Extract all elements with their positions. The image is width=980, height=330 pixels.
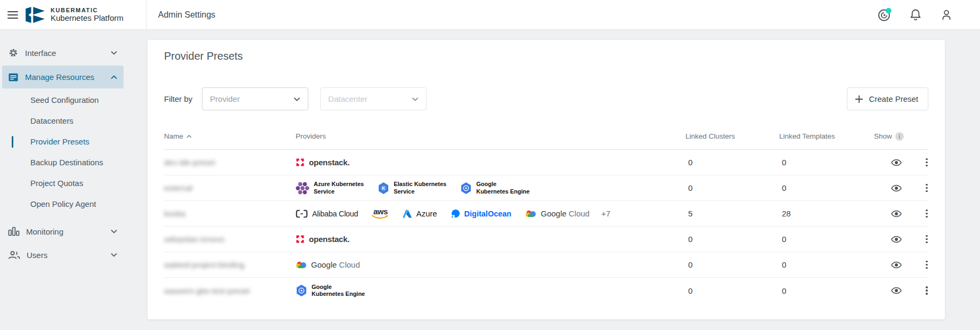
- chevron-down-icon: [412, 97, 419, 101]
- card-title: Provider Presets: [148, 40, 945, 62]
- sidebar-subitem-backup-destinations[interactable]: Backup Destinations: [0, 152, 126, 173]
- digitalocean-icon: [451, 209, 460, 218]
- linked-templates-count: 0: [779, 183, 874, 192]
- show-values-eye-icon[interactable]: [888, 257, 904, 273]
- provider-google-cloud: Google Cloud: [296, 260, 360, 269]
- datacenter-filter-placeholder: Datacenter: [328, 94, 367, 103]
- gear-icon: [8, 47, 19, 58]
- linked-templates-count: 0: [779, 235, 874, 244]
- sidebar-item-label: Manage Resources: [25, 73, 94, 82]
- header-divider: [146, 0, 146, 30]
- show-values-eye-icon[interactable]: [888, 206, 904, 222]
- linked-clusters-count: 0: [685, 235, 779, 244]
- provider-gke: Google Kubernetes Engine: [460, 181, 529, 195]
- column-header-show: Show i: [874, 132, 919, 141]
- eks-icon: K: [378, 182, 389, 195]
- help-chat-icon[interactable]: [877, 7, 893, 23]
- row-menu-icon[interactable]: [919, 155, 935, 171]
- column-header-linked-clusters: Linked Clusters: [685, 132, 779, 140]
- sidebar-item-label: Users: [27, 251, 47, 260]
- preset-name: kovba: [164, 209, 185, 218]
- sidebar-subitem-seed-configuration[interactable]: Seed Configuration: [0, 90, 126, 110]
- preset-name: external: [164, 183, 192, 192]
- provider-azure: Azure: [403, 209, 437, 218]
- show-values-eye-icon[interactable]: [888, 231, 904, 247]
- linked-templates-count: 0: [779, 286, 874, 295]
- provider-presets-card: Provider Presets Filter by Provider Data…: [148, 40, 945, 319]
- notifications-bell-icon[interactable]: [908, 7, 924, 23]
- provider-aws: aws: [372, 208, 389, 219]
- brand-line2: Kubernetes Platform: [51, 13, 124, 22]
- chevron-up-icon: [111, 75, 117, 79]
- kubermatic-logo-icon: [26, 6, 46, 23]
- page-title: Admin Settings: [158, 10, 216, 20]
- linked-templates-count: 0: [779, 158, 874, 167]
- provider-filter-select[interactable]: Provider: [202, 87, 308, 110]
- create-preset-button[interactable]: Create Preset: [847, 87, 928, 110]
- linked-clusters-count: 5: [685, 209, 779, 218]
- table-header-row: Name Providers Linked Clusters Linked Te…: [164, 123, 928, 150]
- row-menu-icon[interactable]: [919, 257, 935, 273]
- sidebar-item-manage-resources[interactable]: Manage Resources: [2, 66, 124, 88]
- show-values-eye-icon[interactable]: [888, 283, 904, 299]
- manage-resources-submenu: Seed Configuration Datacenters Provider …: [0, 90, 126, 214]
- linked-templates-count: 28: [779, 209, 874, 218]
- datacenter-filter-select[interactable]: Datacenter: [320, 87, 427, 110]
- svg-text:K: K: [382, 186, 386, 191]
- menu-toggle-icon[interactable]: [7, 11, 18, 19]
- linked-clusters-count: 0: [685, 260, 779, 269]
- column-header-name[interactable]: Name: [164, 132, 296, 140]
- preset-name: waseem-gke-test-preset: [164, 286, 250, 295]
- openstack-icon: [296, 158, 305, 167]
- sidebar-subitem-datacenters[interactable]: Datacenters: [0, 110, 126, 131]
- presets-table: Name Providers Linked Clusters Linked Te…: [164, 123, 928, 303]
- filter-row: Filter by Provider Datacenter Create Pre…: [164, 87, 928, 110]
- provider-openstack: openstack.: [296, 158, 349, 167]
- sidebar: Interface Manage Resources Seed Configur…: [0, 30, 126, 330]
- table-row: waseem-gke-test-preset Google Kubernetes…: [164, 278, 928, 303]
- provider-filter-placeholder: Provider: [210, 94, 240, 103]
- provider-google-cloud: Google Cloud: [525, 209, 590, 218]
- table-row: dev-ide-preset openstack. 0 0: [164, 150, 928, 175]
- gke-icon: [296, 284, 307, 297]
- row-menu-icon[interactable]: [919, 231, 935, 247]
- chevron-down-icon: [111, 229, 117, 234]
- column-header-linked-templates: Linked Templates: [779, 132, 874, 140]
- gke-icon: [460, 182, 472, 195]
- sort-asc-icon: [186, 135, 192, 138]
- openstack-icon: [296, 235, 305, 244]
- brand-text: KUBERMATIC Kubernetes Platform: [51, 7, 124, 23]
- row-menu-icon[interactable]: [919, 283, 935, 299]
- row-menu-icon[interactable]: [919, 206, 935, 222]
- sidebar-item-monitoring[interactable]: Monitoring: [2, 222, 124, 241]
- sidebar-item-label: Interface: [25, 49, 56, 58]
- azure-icon: [403, 210, 412, 218]
- chevron-down-icon: [111, 253, 117, 257]
- provider-eks: K Elastic Kubernetes Service: [378, 181, 446, 195]
- preset-name: waleed-project-binding: [164, 260, 244, 269]
- aws-smile-icon: [372, 215, 389, 219]
- google-cloud-icon: [296, 260, 307, 269]
- sidebar-item-users[interactable]: Users: [2, 245, 124, 264]
- provider-digitalocean: DigitalOcean: [451, 209, 512, 218]
- providers-overflow-count[interactable]: +7: [601, 209, 610, 218]
- sidebar-item-interface[interactable]: Interface: [2, 43, 124, 62]
- create-preset-label: Create Preset: [869, 94, 918, 103]
- chevron-down-icon: [111, 51, 117, 55]
- sidebar-subitem-project-quotas[interactable]: Project Quotas: [0, 173, 126, 194]
- provider-alibaba: Alibaba Cloud: [296, 210, 358, 218]
- show-values-eye-icon[interactable]: [888, 155, 904, 171]
- provider-aks: Azure Kubernetes Service: [296, 181, 364, 195]
- preset-name: sebastian-innovo: [164, 235, 224, 244]
- sidebar-subitem-provider-presets[interactable]: Provider Presets: [0, 131, 126, 152]
- users-icon: [8, 249, 20, 260]
- sidebar-item-label: Monitoring: [26, 227, 63, 236]
- show-values-eye-icon[interactable]: [888, 180, 904, 196]
- linked-clusters-count: 0: [685, 158, 779, 167]
- brand-line1: KUBERMATIC: [51, 7, 124, 14]
- info-icon[interactable]: i: [895, 132, 904, 141]
- linked-clusters-count: 0: [685, 183, 779, 192]
- sidebar-subitem-open-policy-agent[interactable]: Open Policy Agent: [0, 194, 126, 214]
- user-account-icon[interactable]: [938, 7, 954, 23]
- row-menu-icon[interactable]: [919, 180, 935, 196]
